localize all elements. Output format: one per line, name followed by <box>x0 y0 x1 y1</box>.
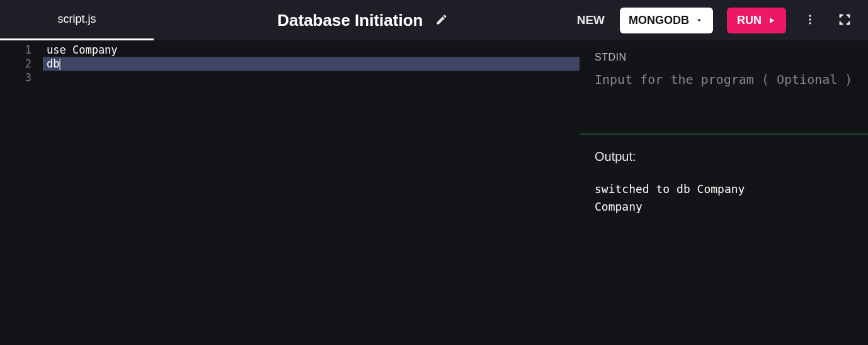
language-select[interactable]: MONGODB <box>620 8 713 33</box>
stdin-input[interactable] <box>595 72 853 110</box>
more-vertical-icon <box>804 13 816 26</box>
line-number: 1 <box>0 43 31 57</box>
page-title: Database Initiation <box>277 11 423 30</box>
code-line[interactable]: use Company <box>43 43 580 57</box>
text-cursor <box>59 59 60 70</box>
svg-point-2 <box>809 22 811 24</box>
output-text: switched to db Company Company <box>595 180 853 216</box>
file-tab[interactable]: script.js <box>0 0 154 40</box>
stdin-label: STDIN <box>595 52 853 63</box>
output-label: Output: <box>595 149 853 164</box>
edit-title-button[interactable] <box>431 9 452 32</box>
run-button[interactable]: RUN <box>727 8 786 33</box>
line-number: 3 <box>0 71 31 85</box>
chevron-down-icon <box>694 15 704 25</box>
toolbar-right: NEW MONGODB RUN <box>576 8 855 33</box>
fullscreen-icon <box>838 13 852 26</box>
fullscreen-button[interactable] <box>834 9 855 32</box>
file-tab-label: script.js <box>57 13 96 26</box>
run-button-label: RUN <box>737 14 762 27</box>
more-menu-button[interactable] <box>800 9 820 32</box>
line-gutter: 123 <box>0 40 43 345</box>
code-area[interactable]: use Companydb <box>43 40 580 345</box>
code-editor[interactable]: 123 use Companydb <box>0 40 580 345</box>
code-line[interactable]: db <box>43 57 580 71</box>
io-panel: STDIN Output: switched to db Company Com… <box>580 40 868 345</box>
pencil-icon <box>435 13 448 26</box>
code-line[interactable] <box>43 71 580 85</box>
stdin-section: STDIN <box>580 40 868 134</box>
new-button[interactable]: NEW <box>576 8 606 32</box>
svg-point-1 <box>809 18 811 20</box>
line-number: 2 <box>0 57 31 71</box>
title-wrap: Database Initiation <box>154 9 576 32</box>
output-section: Output: switched to db Company Company <box>580 134 868 345</box>
toolbar: script.js Database Initiation NEW MONGOD… <box>0 0 868 40</box>
play-icon <box>767 16 776 25</box>
main: 123 use Companydb STDIN Output: switched… <box>0 40 868 345</box>
language-select-label: MONGODB <box>629 14 689 27</box>
svg-point-0 <box>809 15 811 16</box>
